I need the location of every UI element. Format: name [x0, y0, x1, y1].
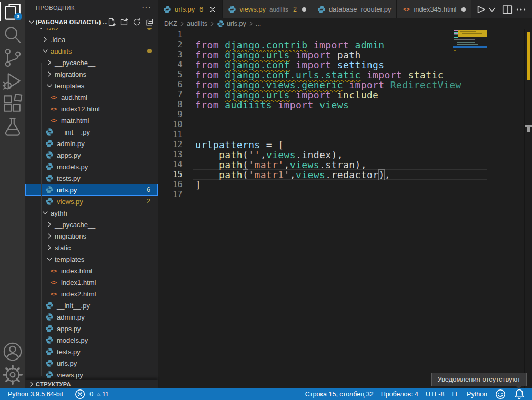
tree-indent-guide [41, 63, 42, 376]
tree-file-models-py[interactable]: models.py [25, 334, 158, 346]
breadcrumb-item[interactable]: DKZ [164, 20, 177, 27]
modified-dot [147, 49, 152, 53]
split-editor-button[interactable] [501, 4, 513, 15]
tab-urls-py[interactable]: urls.py6 [158, 0, 223, 18]
run-dropdown-button[interactable] [488, 4, 499, 15]
tree-folder-static[interactable]: static [25, 242, 158, 253]
chevron-right-icon [45, 243, 54, 252]
new-folder-button[interactable] [120, 18, 128, 26]
tab-index345-html[interactable]: <>index345.html [397, 0, 471, 18]
tree-file-matr-html[interactable]: <>matr.html [25, 115, 158, 126]
tree-item-label: index.html [61, 267, 92, 275]
tree-folder-aythh[interactable]: aythh [25, 207, 158, 219]
source-control-icon [0, 46, 25, 69]
status-problems[interactable]: 011 [67, 388, 113, 400]
sidebar-title: ПРОВОДНИК [36, 5, 75, 11]
modified-dot [461, 7, 466, 12]
code-editor[interactable]: 12from django.contrib import admin3from … [158, 29, 532, 388]
tree-file-aud-html[interactable]: <>aud.html [25, 91, 158, 103]
breadcrumb-item[interactable]: urls.py [217, 20, 246, 28]
refresh-button[interactable] [133, 18, 141, 26]
tab-database-roouter-py[interactable]: database_roouter.py [312, 0, 397, 18]
sidebar-more-actions-icon[interactable]: ··· [142, 5, 152, 11]
code-token: import [290, 89, 337, 100]
tree-item-label: models.py [57, 336, 88, 344]
settings-icon [0, 363, 25, 386]
status-python-interpreter[interactable]: Python 3.9.5 64-bit [4, 388, 67, 400]
explorer-sidebar: ПРОВОДНИК ··· (РАБОЧАЯ ОБЛАСТЬ) ... DKZ.… [25, 0, 158, 388]
new-file-button[interactable] [107, 18, 116, 26]
code-token: path [219, 169, 243, 180]
status-language-mode[interactable]: Python [463, 388, 491, 400]
tree-file-index2-html[interactable]: <>index2.html [25, 288, 158, 300]
minimap-mark [457, 42, 475, 43]
activity-item-extensions[interactable] [0, 93, 25, 116]
activity-item-settings[interactable] [0, 363, 25, 386]
tree-file-index-html[interactable]: <>index.html [25, 265, 158, 276]
tree-folder--pycache-[interactable]: __pycache__ [25, 219, 158, 230]
breadcrumb-item[interactable]: audiiits [187, 20, 207, 27]
tree-file-urls-py[interactable]: urls.py6 [25, 184, 158, 196]
minimap[interactable] [453, 29, 488, 388]
code-text: urlpatterns = [ [195, 140, 284, 150]
tree-folder-templates[interactable]: templates [25, 253, 158, 265]
tree-file-admin-py[interactable]: admin.py [25, 138, 158, 149]
outline-section-header[interactable]: СТРУКТУРА [25, 380, 158, 388]
tree-item-label: templates [55, 82, 84, 90]
activity-item-source-control[interactable] [0, 46, 25, 69]
tree-file--init-py[interactable]: __init__.py [25, 300, 158, 311]
tree-file-tests-py[interactable]: tests.py [25, 346, 158, 357]
activity-item-explorer[interactable]: 3 [0, 0, 25, 23]
status-cursor-position[interactable]: Строка 15, столбец 32 [302, 388, 377, 400]
tree-folder-audiiits[interactable]: audiiits [25, 45, 158, 57]
run-python-file-button[interactable] [474, 4, 486, 15]
activity-item-search[interactable] [0, 23, 25, 46]
activity-item-run-debug[interactable] [0, 69, 25, 93]
tree-file-apps-py[interactable]: apps.py [25, 149, 158, 161]
tree-folder-migrations[interactable]: migrations [25, 68, 158, 80]
tree-file-urls-py[interactable]: urls.py [25, 357, 158, 369]
html-file-icon: <> [49, 266, 58, 275]
activity-item-account[interactable] [0, 340, 25, 363]
breadcrumb-item[interactable]: ... [256, 20, 261, 27]
code-token [195, 159, 219, 170]
collapse-all-button[interactable] [145, 18, 154, 26]
code-token: django.conf [225, 59, 290, 70]
tree-file-index1-html[interactable]: <>index1.html [25, 276, 158, 288]
run-debug-icon [0, 69, 25, 93]
tree-file-index12-html[interactable]: <>index12.html [25, 103, 158, 115]
workspace-section-header[interactable]: (РАБОЧАЯ ОБЛАСТЬ) ... [25, 16, 158, 28]
more-actions-button[interactable] [515, 4, 527, 15]
tree-file-views-py[interactable]: views.py2 [25, 196, 158, 207]
activity-item-testing[interactable] [0, 116, 25, 139]
tree-file-admin-py[interactable]: admin.py [25, 311, 158, 323]
tree-folder-dkz[interactable]: DKZ [25, 28, 158, 34]
tree-folder-migrations[interactable]: migrations [25, 230, 158, 242]
breadcrumb: DKZaudiiitsurls.py... [158, 18, 532, 29]
code-text: from django.conf.urls.static import stat… [195, 70, 444, 80]
tree-folder-templates[interactable]: templates [25, 80, 158, 91]
tree-file-views-py[interactable]: views.py [25, 369, 158, 380]
status-eol[interactable]: LF [448, 388, 463, 400]
tree-folder--idea[interactable]: .idea [25, 34, 158, 45]
tree-folder--pycache-[interactable]: __pycache__ [25, 57, 158, 68]
chevron-right-icon [27, 380, 36, 388]
status-notifications[interactable] [510, 388, 529, 400]
chevron-down-icon [41, 209, 49, 217]
breadcrumb-label: DKZ [164, 20, 177, 27]
code-token: import [308, 39, 355, 50]
status-encoding[interactable]: UTF-8 [422, 388, 448, 400]
line-number: 12 [158, 140, 193, 150]
close-icon[interactable] [208, 5, 217, 14]
scrollbar[interactable] [524, 29, 532, 388]
status-feedback[interactable] [491, 388, 510, 400]
tab-views-py[interactable]: views.pyaudiiits2 [223, 0, 312, 18]
python-file-icon [317, 5, 326, 14]
code-token: ( [243, 149, 248, 160]
tree-file-tests-py[interactable]: tests.py [25, 172, 158, 184]
tree-file--init-py[interactable]: __init__.py [25, 126, 158, 138]
tree-file-models-py[interactable]: models.py [25, 161, 158, 172]
status-indentation[interactable]: Пробелов: 4 [377, 388, 422, 400]
python-file-icon [45, 139, 54, 148]
tree-file-apps-py[interactable]: apps.py [25, 323, 158, 334]
